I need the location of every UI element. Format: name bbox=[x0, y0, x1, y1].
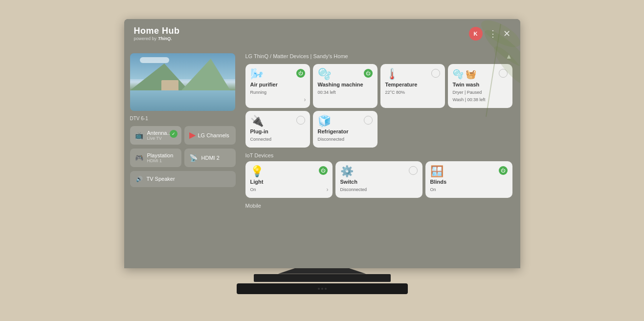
plug-in-icon: 🔌 bbox=[250, 116, 264, 127]
air-purifier-status: Running bbox=[250, 90, 305, 96]
refrigerator-name: Refrigerator bbox=[318, 128, 373, 135]
washing-machine-icon: 🫧 bbox=[318, 69, 331, 80]
user-avatar-button[interactable]: K bbox=[469, 27, 483, 41]
tv-stand-foot bbox=[254, 274, 391, 282]
switch-name: Switch bbox=[340, 179, 418, 185]
hdmi2-info: HDMI 2 bbox=[201, 155, 220, 161]
powered-by-row: powered by ThinQ. bbox=[134, 36, 180, 41]
source-playstation-button[interactable]: 🎮 Playstation HDMI 1 bbox=[130, 149, 181, 167]
home-hub-logo: Home Hub powered by ThinQ. bbox=[134, 26, 180, 41]
washing-machine-status: 00:34 left bbox=[318, 90, 373, 96]
antenna-icon: 📺 bbox=[135, 131, 143, 139]
washing-machine-icon-row: 🫧 ⏻ bbox=[318, 69, 373, 80]
device-card-air-purifier[interactable]: 🌬️ ⏻ Air purifier Running › bbox=[245, 64, 310, 108]
soundbar-dots bbox=[318, 288, 327, 290]
tv-stand-neck bbox=[278, 268, 366, 274]
antenna-name: Antenna... bbox=[147, 130, 172, 136]
plug-in-name: Plug-in bbox=[250, 128, 305, 135]
device-card-temperature[interactable]: 🌡️ Temperature 22°C 80% bbox=[380, 64, 445, 108]
air-purifier-name: Air purifier bbox=[250, 82, 305, 88]
blinds-status: On bbox=[430, 187, 508, 193]
light-power-icon: ⏻ bbox=[319, 166, 328, 175]
plug-in-power-icon bbox=[296, 116, 305, 125]
thinq-logo: ThinQ. bbox=[158, 36, 172, 41]
switch-icon-row: ⚙️ bbox=[340, 166, 418, 177]
preview-scene bbox=[130, 53, 235, 111]
refrigerator-icon: 🧊 bbox=[318, 116, 331, 127]
source-hdmi2-button[interactable]: 📡 HDMI 2 bbox=[184, 149, 236, 167]
temperature-icon: 🌡️ bbox=[385, 69, 399, 80]
light-name: Light bbox=[250, 179, 328, 185]
air-purifier-icon-row: 🌬️ ⏻ bbox=[250, 69, 305, 80]
washing-machine-power-icon: ⏻ bbox=[364, 69, 373, 78]
scene-clouds bbox=[140, 57, 169, 63]
temperature-status: 22°C 80% bbox=[385, 90, 440, 96]
soundbar-dot-2 bbox=[321, 288, 323, 290]
twin-wash-dryer-icon: 🫧 bbox=[453, 69, 464, 80]
tv-screen: Home Hub powered by ThinQ. K ⋮ ✕ bbox=[124, 19, 520, 268]
lg-channels-label: LG Channels bbox=[198, 132, 229, 138]
tv-container: Home Hub powered by ThinQ. K ⋮ ✕ bbox=[124, 19, 520, 302]
soundbar-dot-1 bbox=[318, 288, 320, 290]
device-card-washing-machine[interactable]: 🫧 ⏻ Washing machine 00:34 left bbox=[313, 64, 378, 108]
thinq-devices-grid: 🌬️ ⏻ Air purifier Running › 🫧 ⏻ Was bbox=[245, 64, 512, 148]
thinq-section-title: LG ThinQ / Matter Devices | Sandy's Home bbox=[245, 53, 348, 59]
refrigerator-power-icon bbox=[364, 116, 373, 125]
twin-wash-icon-row: 🫧 🧺 bbox=[453, 69, 508, 80]
more-options-icon[interactable]: ⋮ bbox=[489, 29, 497, 38]
tv-preview[interactable] bbox=[130, 53, 235, 111]
mobile-section-title: Mobile bbox=[245, 203, 512, 209]
iot-section: IoT Devices 💡 ⏻ Light On › bbox=[245, 152, 512, 209]
channel-label: DTV 6-1 bbox=[130, 115, 236, 122]
soundbar-dot-3 bbox=[325, 288, 327, 290]
twin-wash-washer-icon: 🧺 bbox=[466, 69, 476, 80]
device-card-refrigerator[interactable]: 🧊 Refrigerator Disconnected bbox=[313, 111, 378, 148]
twin-wash-icons: 🫧 🧺 bbox=[453, 69, 476, 80]
lg-channels-icon: ▶ bbox=[189, 130, 195, 140]
hdmi2-name: HDMI 2 bbox=[201, 155, 220, 161]
twin-wash-power-icon bbox=[499, 69, 508, 78]
air-purifier-icon: 🌬️ bbox=[250, 69, 264, 80]
air-purifier-arrow-icon: › bbox=[304, 96, 306, 103]
playstation-name: Playstation bbox=[147, 152, 174, 158]
app-title: Home Hub bbox=[134, 26, 180, 36]
tv-speaker-button[interactable]: 🔊 TV Speaker bbox=[130, 171, 236, 187]
main-content: DTV 6-1 📺 Antenna... Live TV ✓ ▶ LG Chan… bbox=[124, 48, 520, 268]
device-card-twin-wash[interactable]: 🫧 🧺 Twin wash Dryer | Paused Wash | 00:3… bbox=[448, 64, 512, 108]
refrigerator-status: Disconnected bbox=[318, 137, 373, 143]
light-status: On bbox=[250, 187, 328, 193]
plug-in-icon-row: 🔌 bbox=[250, 116, 305, 127]
antenna-sub: Live TV bbox=[147, 136, 162, 141]
device-card-light[interactable]: 💡 ⏻ Light On › bbox=[245, 161, 333, 198]
active-check-badge: ✓ bbox=[170, 130, 178, 138]
temperature-power-icon bbox=[431, 69, 440, 78]
blinds-icon-row: 🪟 ⏻ bbox=[430, 166, 508, 177]
twin-wash-status-1: Dryer | Paused bbox=[453, 90, 508, 96]
plug-in-status: Connected bbox=[250, 137, 305, 143]
right-panel: LG ThinQ / Matter Devices | Sandy's Home… bbox=[242, 48, 520, 268]
iot-section-title: IoT Devices bbox=[245, 152, 512, 158]
playstation-icon: 🎮 bbox=[135, 154, 143, 162]
sources-row-1: 📺 Antenna... Live TV ✓ ▶ LG Channels bbox=[130, 126, 236, 145]
tv-stand bbox=[124, 268, 520, 294]
device-card-plug-in[interactable]: 🔌 Plug-in Connected bbox=[245, 111, 310, 148]
speaker-label: TV Speaker bbox=[147, 176, 175, 182]
light-icon-row: 💡 ⏻ bbox=[250, 166, 328, 177]
antenna-info: Antenna... Live TV bbox=[147, 130, 172, 141]
light-bulb-icon: 💡 bbox=[250, 166, 264, 177]
blinds-name: Blinds bbox=[430, 179, 508, 185]
sources-row-2: 🎮 Playstation HDMI 1 📡 HDMI 2 bbox=[130, 149, 236, 167]
device-card-switch[interactable]: ⚙️ Switch Disconnected bbox=[335, 161, 422, 198]
scene-mountain-left bbox=[130, 64, 189, 90]
thinq-collapse-button[interactable]: ▲ bbox=[506, 52, 512, 60]
refrigerator-icon-row: 🧊 bbox=[318, 116, 373, 127]
lg-channels-button[interactable]: ▶ LG Channels bbox=[184, 126, 236, 145]
source-antenna-button[interactable]: 📺 Antenna... Live TV ✓ bbox=[130, 126, 181, 145]
blinds-icon: 🪟 bbox=[430, 166, 444, 177]
left-panel: DTV 6-1 📺 Antenna... Live TV ✓ ▶ LG Chan… bbox=[124, 48, 242, 268]
switch-power-icon bbox=[409, 166, 418, 175]
powered-by-text: powered by bbox=[134, 36, 157, 41]
iot-devices-grid: 💡 ⏻ Light On › ⚙️ bbox=[245, 161, 512, 198]
close-icon[interactable]: ✕ bbox=[503, 29, 511, 38]
device-card-blinds[interactable]: 🪟 ⏻ Blinds On bbox=[425, 161, 512, 198]
